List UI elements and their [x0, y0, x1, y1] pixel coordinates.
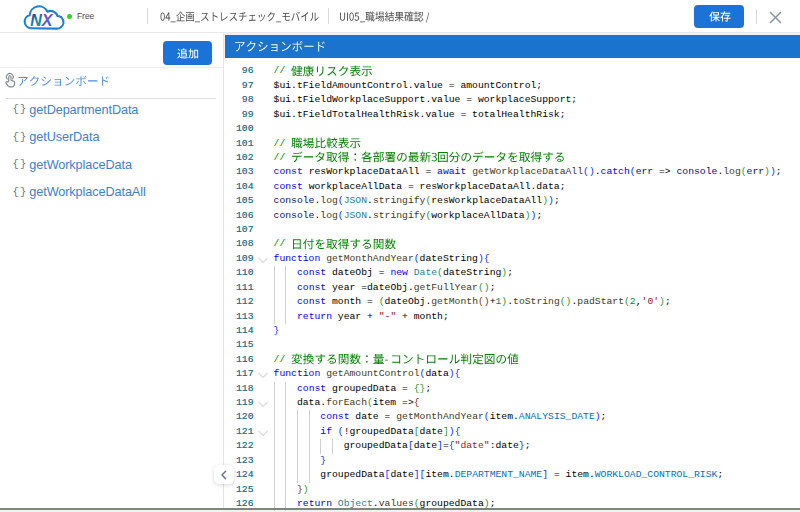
svg-text:N: N	[30, 12, 42, 29]
svg-text:X: X	[41, 12, 54, 29]
